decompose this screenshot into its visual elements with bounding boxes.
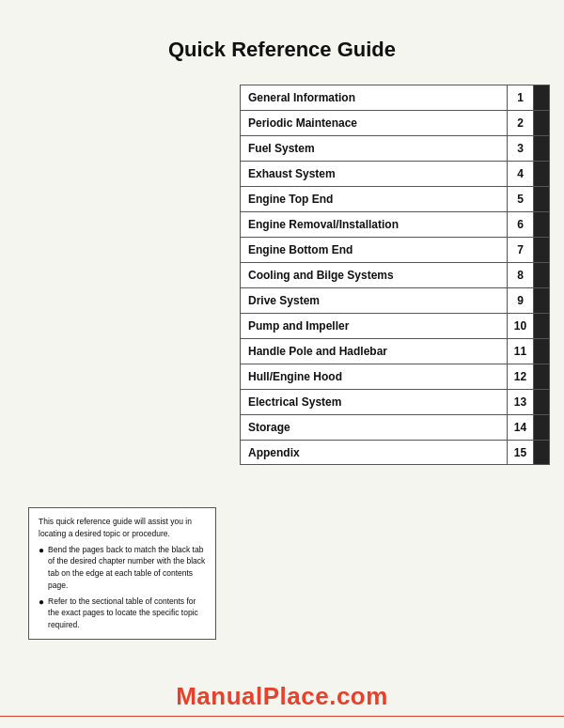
toc-tab — [534, 364, 549, 389]
toc-label: Electrical System — [241, 390, 508, 414]
toc-label: Handle Pole and Hadlebar — [241, 339, 508, 364]
toc-label: General Information — [241, 85, 508, 110]
note-bullet-1: ● Bend the pages back to match the black… — [39, 544, 206, 592]
note-intro: This quick reference guide will assist y… — [39, 517, 192, 538]
footer-line — [0, 716, 564, 717]
note-box: This quick reference guide will assist y… — [28, 507, 216, 640]
toc-row: Exhaust System4 — [240, 161, 550, 186]
toc-row: Pump and Impeller10 — [240, 313, 550, 338]
toc-row: Periodic Maintenace2 — [240, 110, 550, 135]
toc-number: 11 — [508, 339, 534, 364]
toc-tab — [534, 162, 549, 186]
toc-row: Cooling and Bilge Systems8 — [240, 262, 550, 287]
toc-tab — [534, 314, 549, 338]
toc-number: 6 — [508, 212, 534, 237]
toc-row: General Information1 — [240, 85, 550, 110]
toc-label: Engine Bottom End — [241, 238, 508, 262]
toc-tab — [534, 238, 549, 262]
toc-number: 5 — [508, 187, 534, 211]
toc-label: Drive System — [241, 288, 508, 313]
toc-row: Fuel System3 — [240, 135, 550, 161]
toc-number: 1 — [508, 85, 534, 110]
page-title: Quick Reference Guide — [0, 0, 564, 81]
toc-row: Engine Bottom End7 — [240, 237, 550, 262]
toc-container: General Information1Periodic Maintenace2… — [240, 85, 550, 465]
note-bullet-2: ● Refer to the sectional table of conten… — [39, 596, 206, 631]
toc-number: 7 — [508, 238, 534, 262]
toc-number: 12 — [508, 364, 534, 389]
toc-label: Hull/Engine Hood — [241, 364, 508, 389]
footer: ManualPlace.com — [0, 682, 564, 711]
toc-tab — [534, 288, 549, 313]
footer-text: ManualPlace.com — [176, 682, 388, 710]
toc-number: 10 — [508, 314, 534, 338]
toc-tab — [534, 263, 549, 287]
toc-label: Cooling and Bilge Systems — [241, 263, 508, 287]
toc-number: 4 — [508, 162, 534, 186]
toc-tab — [534, 111, 549, 135]
toc-label: Engine Removal/Installation — [241, 212, 508, 237]
toc-row: Storage14 — [240, 414, 550, 440]
toc-row: Appendix15 — [240, 440, 550, 465]
page: Quick Reference Guide General Informatio… — [0, 0, 564, 728]
toc-row: Drive System9 — [240, 287, 550, 313]
toc-tab — [534, 441, 549, 464]
toc-number: 2 — [508, 111, 534, 135]
toc-number: 3 — [508, 136, 534, 161]
toc-label: Exhaust System — [241, 162, 508, 186]
toc-number: 9 — [508, 288, 534, 313]
toc-number: 13 — [508, 390, 534, 414]
toc-label: Periodic Maintenace — [241, 111, 508, 135]
toc-row: Engine Top End5 — [240, 186, 550, 211]
toc-number: 15 — [508, 441, 534, 464]
toc-row: Hull/Engine Hood12 — [240, 364, 550, 389]
toc-row: Handle Pole and Hadlebar11 — [240, 338, 550, 364]
toc-label: Appendix — [241, 441, 508, 464]
toc-label: Pump and Impeller — [241, 314, 508, 338]
toc-label: Engine Top End — [241, 187, 508, 211]
toc-label: Storage — [241, 415, 508, 440]
toc-row: Engine Removal/Installation6 — [240, 211, 550, 237]
toc-tab — [534, 415, 549, 440]
toc-tab — [534, 212, 549, 237]
toc-label: Fuel System — [241, 136, 508, 161]
toc-tab — [534, 85, 549, 110]
toc-row: Electrical System13 — [240, 389, 550, 414]
toc-tab — [534, 339, 549, 364]
toc-number: 8 — [508, 263, 534, 287]
toc-number: 14 — [508, 415, 534, 440]
toc-tab — [534, 187, 549, 211]
toc-tab — [534, 390, 549, 414]
toc-tab — [534, 136, 549, 161]
